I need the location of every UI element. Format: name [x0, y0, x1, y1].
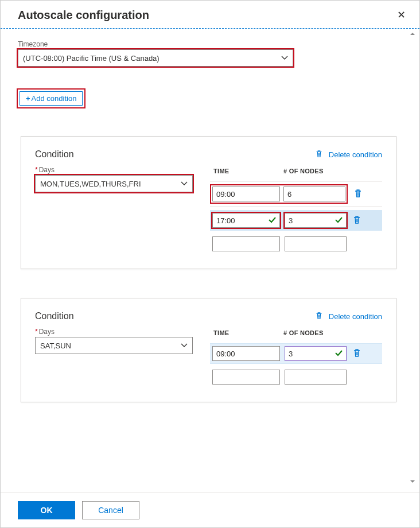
time-input[interactable] [212, 236, 280, 251]
nodes-input[interactable] [285, 236, 347, 251]
delete-row-button[interactable] [352, 215, 361, 226]
chevron-down-icon [281, 55, 288, 61]
delete-condition-label: Delete condition [329, 150, 382, 159]
delete-condition-button[interactable]: Delete condition [315, 312, 382, 321]
scrollbar[interactable] [410, 28, 415, 487]
close-icon[interactable]: ✕ [394, 6, 409, 24]
chevron-down-icon [181, 180, 188, 187]
days-value: MON,TUES,WED,THURS,FRI [40, 180, 141, 188]
days-label: *Days [35, 328, 55, 336]
condition-title: Condition [35, 149, 74, 160]
add-condition-button[interactable]: + Add condition [20, 91, 83, 106]
col-nodes-header: # OF NODES [283, 329, 357, 336]
days-select[interactable]: SAT,SUN [35, 337, 193, 354]
add-condition-label: Add condition [32, 94, 77, 103]
delete-row-button[interactable] [353, 189, 363, 200]
cancel-button[interactable]: Cancel [82, 501, 139, 519]
timezone-select[interactable]: (UTC-08:00) Pacific Time (US & Canada) [18, 49, 293, 67]
days-select[interactable]: MON,TUES,WED,THURS,FRI [35, 175, 193, 192]
nodes-input[interactable]: 6 [283, 187, 345, 201]
time-input[interactable]: 09:00 [212, 187, 280, 201]
nodes-input[interactable]: 3 [285, 346, 347, 361]
condition-title: Condition [35, 311, 74, 321]
col-time-header: TIME [210, 168, 283, 174]
table-header: TIME # OF NODES [210, 327, 382, 340]
delete-row-button[interactable] [352, 348, 361, 359]
page-title: Autoscale configuration [18, 9, 149, 22]
trash-icon [315, 150, 323, 160]
days-label: *Days [35, 166, 55, 174]
time-input[interactable] [212, 370, 280, 385]
nodes-input[interactable] [285, 370, 347, 385]
nodes-input[interactable]: 3 [285, 213, 347, 228]
plus-icon: + [26, 94, 30, 103]
col-nodes-header: # OF NODES [283, 168, 357, 174]
table-row [210, 367, 382, 387]
check-icon [335, 349, 343, 359]
delete-condition-button[interactable]: Delete condition [315, 150, 382, 160]
time-input[interactable]: 17:00 [212, 213, 280, 228]
trash-icon [315, 312, 323, 321]
col-time-header: TIME [210, 329, 283, 336]
table-row: 17:00 3 [210, 210, 382, 231]
check-icon [268, 216, 276, 226]
table-row: 09:00 6 [210, 181, 382, 207]
condition-card: Condition Delete condition *Days MON,TUE… [21, 136, 396, 269]
table-header: TIME # OF NODES [210, 165, 382, 178]
check-icon [335, 216, 343, 226]
timezone-value: (UTC-08:00) Pacific Time (US & Canada) [23, 54, 160, 63]
days-value: SAT,SUN [40, 341, 71, 350]
ok-button[interactable]: OK [18, 501, 75, 519]
table-row [210, 234, 382, 254]
delete-condition-label: Delete condition [329, 312, 382, 321]
chevron-down-icon [181, 342, 188, 349]
table-row: 09:00 3 [210, 343, 382, 364]
timezone-label: Timezone [18, 40, 48, 48]
condition-card: Condition Delete condition *Days SAT,SUN… [21, 298, 396, 402]
time-input[interactable]: 09:00 [212, 346, 280, 361]
